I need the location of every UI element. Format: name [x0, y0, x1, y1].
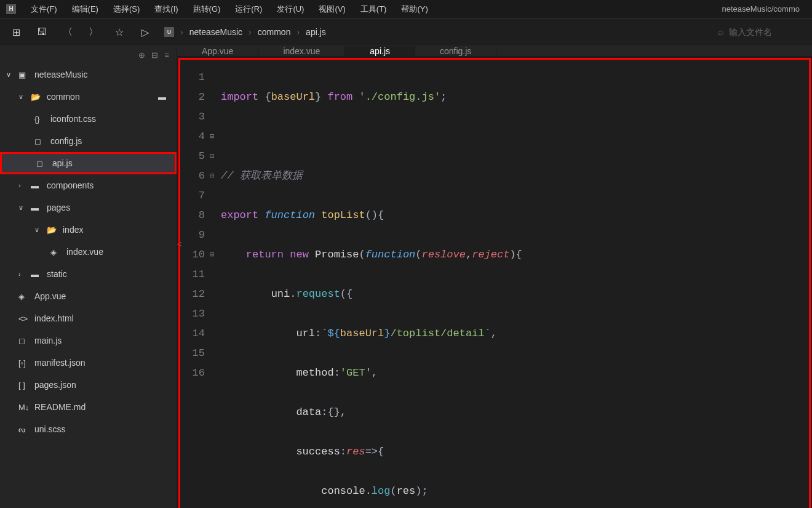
tab-appvue[interactable]: App.vue	[177, 46, 258, 56]
new-file-icon[interactable]: ⊞	[9, 25, 23, 39]
tree-file-pagesjson[interactable]: [ ] pages.json	[0, 374, 177, 396]
tree-item-label: components	[47, 180, 94, 190]
tree-item-label: pages	[47, 203, 70, 212]
chevron-right-icon: ›	[18, 182, 26, 189]
tree-file-indexvue[interactable]: ◈ index.vue	[0, 241, 177, 263]
tree-item-label: README.md	[34, 402, 86, 412]
chevron-down-icon: ∨	[6, 71, 14, 79]
breadcrumb-segment[interactable]: neteaseMusic	[189, 27, 242, 37]
folder-icon: ▬	[31, 270, 42, 279]
tab-configjs[interactable]: config.js	[415, 46, 496, 56]
project-icon: ▣	[18, 70, 30, 79]
breadcrumb-segment[interactable]: common	[258, 27, 291, 37]
tree-file-iconfont[interactable]: {} iconfont.css	[0, 108, 177, 130]
file-search: ⌕	[718, 26, 803, 38]
js-file-icon: ◻	[36, 159, 47, 168]
editor-tabs: App.vue index.vue api.js config.js	[177, 46, 812, 57]
tree-project-root[interactable]: ∨ ▣ neteaseMusic	[0, 63, 177, 86]
breadcrumb-sep-icon: ›	[180, 27, 183, 37]
menu-publish[interactable]: 发行(U)	[269, 4, 311, 15]
code-editor[interactable]: 1234 5678 9101112 13141516 ⊟⊟⊟ ⊟ import …	[182, 62, 807, 508]
tree-item-label: main.js	[34, 336, 62, 345]
search-icon[interactable]: ⌕	[718, 26, 724, 38]
window-title: neteaseMusic/commo	[722, 4, 806, 14]
menu-run[interactable]: 运行(R)	[228, 4, 269, 15]
tree-item-label: App.vue	[34, 291, 66, 301]
search-input[interactable]	[729, 27, 803, 37]
back-icon[interactable]: 〈	[61, 25, 74, 39]
scss-file-icon: ᔓ	[18, 425, 30, 434]
editor-area: App.vue index.vue api.js config.js 1234 …	[177, 46, 812, 508]
fold-gutter[interactable]: ⊟⊟⊟ ⊟	[210, 68, 221, 508]
play-icon[interactable]: ▷	[138, 25, 152, 39]
folder-icon: ▬	[31, 181, 42, 190]
folder-icon: ▬	[31, 203, 42, 212]
breadcrumb: U › neteaseMusic › common › api.js	[164, 27, 326, 37]
tree-folder-static[interactable]: › ▬ static	[0, 263, 177, 285]
tree-file-mainjs[interactable]: ◻ main.js	[0, 329, 177, 352]
chevron-right-icon: ›	[18, 270, 26, 278]
app-logo: H	[6, 4, 16, 14]
tab-apijs[interactable]: api.js	[345, 46, 415, 56]
menu-file[interactable]: 文件(F)	[23, 4, 65, 15]
md-file-icon: M↓	[18, 403, 30, 412]
more-icon[interactable]: ≡	[164, 50, 169, 60]
tree-item-label: neteaseMusic	[34, 70, 87, 79]
js-file-icon: ◻	[18, 336, 30, 345]
menu-find[interactable]: 查找(I)	[147, 4, 185, 15]
tree-item-label: common	[47, 92, 80, 102]
tree-file-manifest[interactable]: [◦] manifest.json	[0, 352, 177, 374]
tree-item-label: index.vue	[66, 247, 103, 257]
menu-edit[interactable]: 编辑(E)	[65, 4, 106, 15]
sidebar: ⊕ ⊟ ≡ ∨ ▣ neteaseMusic ∨ 📂 common ▬ {} i…	[0, 46, 177, 508]
folder-open-icon: 📂	[47, 225, 58, 235]
tree-item-label: uni.scss	[34, 424, 66, 434]
collapse-all-icon[interactable]: ⊟	[151, 50, 158, 60]
folder-open-icon: 📂	[31, 92, 42, 102]
tree-folder-components[interactable]: › ▬ components	[0, 174, 177, 196]
tree-file-api[interactable]: ◻ api.js	[0, 152, 177, 174]
chevron-down-icon: ∨	[18, 93, 26, 101]
tree-folder-common[interactable]: ∨ 📂 common ▬	[0, 86, 177, 108]
tree-file-uniscss[interactable]: ᔓ uni.scss	[0, 418, 177, 440]
project-icon: U	[164, 27, 174, 37]
tree-item-label: config.js	[50, 136, 82, 146]
breadcrumb-sep-icon: ›	[297, 27, 300, 37]
menu-goto[interactable]: 跳转(G)	[186, 4, 228, 15]
menu-tools[interactable]: 工具(T)	[353, 4, 394, 15]
tree-item-label: index.html	[34, 313, 74, 323]
tree-item-label: iconfont.css	[50, 114, 96, 124]
html-file-icon: <>	[18, 314, 30, 323]
toolbar: ⊞ 🖫 〈 〉 ☆ ▷ U › neteaseMusic › common › …	[0, 18, 812, 46]
forward-icon[interactable]: 〉	[87, 25, 100, 39]
json-file-icon: [ ]	[18, 381, 30, 390]
tree-file-indexhtml[interactable]: <> index.html	[0, 307, 177, 329]
tree-item-label: pages.json	[34, 380, 76, 390]
chevron-down-icon: ∨	[18, 204, 26, 212]
menu-select[interactable]: 选择(S)	[106, 4, 147, 15]
breadcrumb-segment[interactable]: api.js	[306, 27, 326, 37]
json-file-icon: [◦]	[18, 358, 30, 368]
save-icon[interactable]: 🖫	[35, 25, 49, 39]
css-file-icon: {}	[34, 115, 46, 124]
file-tree: ∨ ▣ neteaseMusic ∨ 📂 common ▬ {} iconfon…	[0, 63, 177, 508]
code-content[interactable]: import {baseUrl} from './config.js'; // …	[221, 68, 807, 508]
tree-file-config[interactable]: ◻ config.js	[0, 130, 177, 152]
tree-file-readme[interactable]: M↓ README.md	[0, 396, 177, 418]
folder-icon: ▬	[158, 92, 169, 102]
new-icon[interactable]: ⊕	[138, 50, 145, 60]
tree-item-label: static	[47, 269, 67, 279]
menu-bar: H 文件(F) 编辑(E) 选择(S) 查找(I) 跳转(G) 运行(R) 发行…	[0, 0, 812, 18]
menu-help[interactable]: 帮助(Y)	[394, 4, 435, 15]
menu-view[interactable]: 视图(V)	[311, 4, 352, 15]
star-icon[interactable]: ☆	[113, 25, 126, 39]
vue-file-icon: ◈	[50, 248, 62, 257]
tree-folder-pages[interactable]: ∨ ▬ pages	[0, 196, 177, 219]
chevron-down-icon: ∨	[34, 226, 42, 234]
sidebar-actions: ⊕ ⊟ ≡	[0, 46, 177, 63]
tree-item-label: api.js	[52, 158, 73, 168]
line-gutter: 1234 5678 9101112 13141516	[182, 68, 210, 508]
tree-file-appvue[interactable]: ◈ App.vue	[0, 285, 177, 307]
tree-folder-index[interactable]: ∨ 📂 index	[0, 219, 177, 241]
tab-indexvue[interactable]: index.vue	[258, 46, 345, 56]
